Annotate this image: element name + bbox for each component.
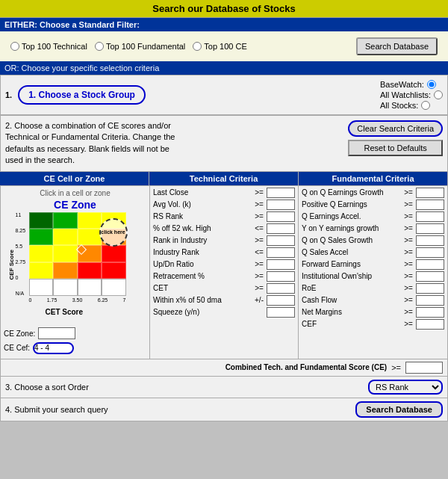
fundamental-criteria-row: Positive Q Earnings >= bbox=[302, 200, 444, 210]
either-label: EITHER: Choose a Standard Filter: bbox=[4, 20, 140, 29]
tech-criteria-label: Industry Rank bbox=[153, 248, 252, 256]
top100-ce-radio[interactable] bbox=[193, 42, 202, 51]
reset-to-defaults-button[interactable]: Reset to Defaults bbox=[348, 140, 443, 156]
fund-criteria-input[interactable] bbox=[416, 247, 444, 258]
zone-cell[interactable] bbox=[53, 245, 78, 262]
top100-technical-radio[interactable] bbox=[10, 42, 19, 51]
zone-cell[interactable] bbox=[29, 229, 54, 245]
fund-criteria-op: >= bbox=[402, 308, 414, 316]
fund-criteria-input[interactable] bbox=[416, 188, 444, 198]
ce-zone-input[interactable] bbox=[38, 327, 75, 339]
tech-criteria-input[interactable] bbox=[267, 259, 295, 270]
fund-criteria-input[interactable] bbox=[416, 211, 444, 222]
search-database-button-top[interactable]: Search Database bbox=[356, 37, 438, 55]
zone-cell[interactable] bbox=[53, 229, 78, 245]
all-stocks-radio[interactable] bbox=[421, 101, 430, 110]
ce-zone-click-hint: Click in a cell or zone bbox=[4, 189, 146, 197]
all-stocks-option[interactable]: All Stocks: bbox=[380, 101, 443, 110]
fund-criteria-label: RoE bbox=[302, 284, 401, 292]
tech-criteria-input[interactable] bbox=[267, 295, 295, 306]
fund-criteria-input[interactable] bbox=[416, 283, 444, 294]
ce-cef-input[interactable] bbox=[33, 342, 74, 354]
tech-criteria-input[interactable] bbox=[267, 188, 295, 198]
fund-criteria-input[interactable] bbox=[416, 271, 444, 282]
y-axis-values: 11 8.25 5.5 2.75 0 N/A bbox=[16, 212, 26, 296]
combined-label: Combined Tech. and Fundamental Score (CE… bbox=[225, 363, 388, 371]
combined-op: >= bbox=[391, 363, 401, 372]
technical-criteria-row: RS Rank >= bbox=[153, 211, 295, 222]
step2-buttons: Clear Search Criteria Reset to Defaults bbox=[348, 120, 443, 156]
fund-criteria-input[interactable] bbox=[416, 235, 444, 246]
step4-label: 4. Submit your search query bbox=[5, 405, 355, 414]
zone-cell[interactable] bbox=[78, 229, 102, 245]
clear-search-criteria-button[interactable]: Clear Search Criteria bbox=[348, 120, 443, 137]
step4-row: 4. Submit your search query Search Datab… bbox=[0, 398, 448, 421]
criteria-body: Click in a cell or zone CE Zone CEF Scor… bbox=[0, 185, 448, 359]
tech-criteria-op: >= bbox=[253, 284, 265, 292]
tech-criteria-input[interactable] bbox=[267, 283, 295, 294]
basewatch-radio[interactable] bbox=[427, 80, 436, 89]
tech-criteria-op: >= bbox=[253, 188, 265, 197]
choose-stock-group-button[interactable]: 1. Choose a Stock Group bbox=[18, 85, 146, 105]
tech-criteria-input[interactable] bbox=[267, 247, 295, 258]
combined-input[interactable] bbox=[405, 362, 443, 374]
tech-criteria-label: CET bbox=[153, 284, 252, 292]
zone-cell[interactable] bbox=[102, 262, 126, 279]
ce-zone-header: CE Cell or Zone bbox=[0, 172, 149, 185]
zone-grid[interactable]: click here bbox=[29, 212, 126, 296]
step1-row: 1. 1. Choose a Stock Group BaseWatch: Al… bbox=[0, 75, 448, 115]
tech-criteria-input[interactable] bbox=[267, 223, 295, 234]
ce-zone-chart[interactable]: CEF Score 11 8.25 5.5 2.75 0 N/A bbox=[8, 212, 143, 324]
all-watchlists-radio[interactable] bbox=[434, 90, 443, 99]
zone-cell[interactable] bbox=[29, 262, 54, 279]
ce-zone-column: Click in a cell or zone CE Zone CEF Scor… bbox=[1, 186, 150, 359]
tech-criteria-input[interactable] bbox=[267, 307, 295, 318]
zone-cell[interactable] bbox=[78, 262, 102, 279]
tech-criteria-input[interactable] bbox=[267, 271, 295, 282]
basewatch-option[interactable]: BaseWatch: bbox=[380, 80, 443, 89]
sort-order-select[interactable]: RS Rank bbox=[368, 380, 443, 395]
zone-cell[interactable] bbox=[29, 245, 54, 262]
zone-cell[interactable] bbox=[53, 262, 78, 279]
fund-criteria-input[interactable] bbox=[416, 295, 444, 306]
fund-criteria-input[interactable] bbox=[416, 259, 444, 270]
tech-criteria-input[interactable] bbox=[267, 211, 295, 222]
top100-fundamental-label: Top 100 Fundamental bbox=[106, 42, 185, 51]
fund-criteria-input[interactable] bbox=[416, 307, 444, 318]
top100-ce-option[interactable]: Top 100 CE bbox=[193, 42, 246, 51]
top100-fundamental-radio[interactable] bbox=[95, 42, 104, 51]
all-watchlists-option[interactable]: All Watchlists: bbox=[380, 90, 443, 99]
fundamental-criteria-row: Q on Q Sales Growth >= bbox=[302, 235, 444, 246]
ce-zone-input-row: CE Zone: bbox=[4, 327, 146, 341]
or-section-bar: OR: Choose your specific selection crite… bbox=[0, 61, 448, 75]
tech-criteria-label: Within x% of 50 dma bbox=[153, 296, 252, 304]
click-here-label[interactable]: click here bbox=[99, 218, 128, 247]
tech-criteria-input[interactable] bbox=[267, 200, 295, 210]
search-database-button-bottom[interactable]: Search Database bbox=[355, 401, 443, 418]
zone-cell[interactable] bbox=[102, 245, 126, 262]
zone-cell[interactable] bbox=[53, 279, 78, 295]
top100-technical-option[interactable]: Top 100 Technical bbox=[10, 42, 87, 51]
fund-criteria-input[interactable] bbox=[416, 200, 444, 210]
fundamental-criteria-row: Q Sales Accel >= bbox=[302, 247, 444, 258]
zone-cell[interactable] bbox=[29, 279, 54, 295]
zone-cell[interactable] bbox=[78, 279, 102, 295]
tech-criteria-label: Squeeze (y/n) bbox=[153, 308, 252, 316]
top100-fundamental-option[interactable]: Top 100 Fundamental bbox=[95, 42, 185, 51]
zone-cell[interactable] bbox=[53, 212, 78, 229]
cet-score-label: CET Score bbox=[46, 308, 84, 316]
fund-criteria-label: Forward Earnings bbox=[302, 260, 401, 268]
zone-cell[interactable] bbox=[102, 279, 126, 295]
tech-criteria-op: >= bbox=[253, 236, 265, 244]
fund-criteria-label: Positive Q Earnings bbox=[302, 200, 401, 208]
fund-criteria-op: >= bbox=[402, 236, 414, 244]
fundamental-criteria-row: Forward Earnings >= bbox=[302, 259, 444, 270]
fund-criteria-input[interactable] bbox=[416, 223, 444, 234]
tech-criteria-input[interactable] bbox=[267, 235, 295, 246]
fund-criteria-label: Net Margins bbox=[302, 308, 401, 316]
fund-criteria-input[interactable] bbox=[416, 319, 444, 330]
zone-cell[interactable] bbox=[78, 212, 102, 229]
fundamental-criteria-row: Q Earnings Accel. >= bbox=[302, 211, 444, 222]
zone-cell[interactable] bbox=[29, 212, 54, 229]
ce-zone-title-label: CE Zone bbox=[4, 199, 146, 211]
